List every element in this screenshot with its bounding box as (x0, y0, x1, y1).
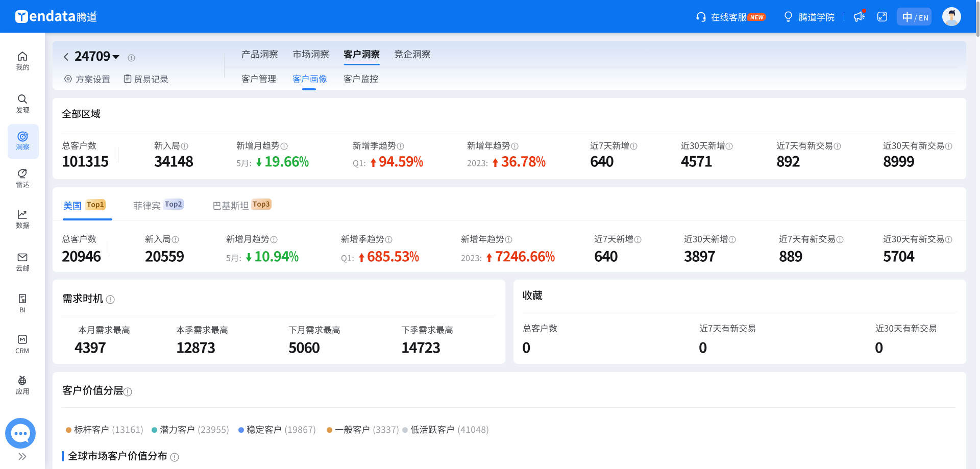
svg-text:BI: BI (22, 299, 26, 302)
